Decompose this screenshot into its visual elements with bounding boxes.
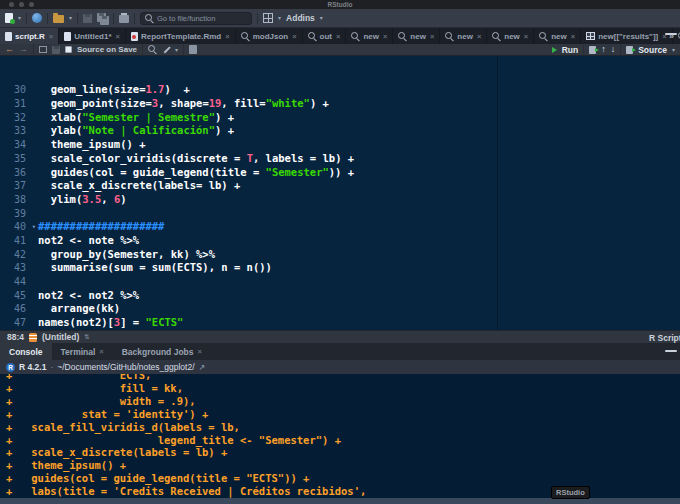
separator <box>113 13 114 24</box>
close-tab-icon[interactable]: × <box>225 32 229 41</box>
console-tab-console[interactable]: Console <box>0 343 52 360</box>
close-tab-icon[interactable]: × <box>99 347 103 356</box>
next-section-icon[interactable]: ↓ <box>611 45 616 54</box>
source-on-save-checkbox[interactable] <box>65 46 72 53</box>
code-text: ylim(3.5, 6) <box>32 193 127 207</box>
close-tab-icon[interactable]: × <box>430 32 434 41</box>
floppy-icon <box>100 16 109 25</box>
goto-directory-icon[interactable]: ↗ <box>199 363 206 372</box>
tab-untitled1-[interactable]: Untitled1*× <box>59 28 126 44</box>
editor-line-35: 35 scale_color_viridis(discrete = T, lab… <box>0 152 680 166</box>
line-number[interactable]: 33 <box>0 124 32 138</box>
line-number[interactable]: 39 <box>0 207 32 221</box>
separator <box>47 13 48 24</box>
line-number[interactable]: 31 <box>0 97 32 111</box>
line-number[interactable]: 45 <box>0 289 32 303</box>
new-project-icon[interactable] <box>32 13 42 23</box>
console-tab-terminal[interactable]: Terminal× <box>52 343 113 360</box>
console-tab-label: Background Jobs <box>122 347 194 357</box>
tab-new[interactable]: new× <box>346 28 393 44</box>
previous-section-icon[interactable]: ↑ <box>601 45 606 54</box>
editor-line-36: 36 guides(col = guide_legend(title = "Se… <box>0 166 680 180</box>
close-tab-icon[interactable]: × <box>49 32 53 41</box>
code-editor[interactable]: 30 geom_line(size=1.7) +31 geom_point(si… <box>0 56 680 330</box>
code-text: group_by(Semester, kk) %>% <box>32 248 215 262</box>
console-line: + scale_x_discrete(labels = lb) + <box>6 446 680 459</box>
close-tab-icon[interactable]: × <box>292 32 296 41</box>
open-recent-caret-icon[interactable]: ▾ <box>69 15 72 21</box>
source-caret-icon[interactable]: ▾ <box>672 47 675 53</box>
tab-new[interactable]: new× <box>487 28 534 44</box>
back-icon[interactable]: ← <box>5 45 14 54</box>
document-selector-arrows-icon[interactable]: ⇅ <box>84 333 89 341</box>
goto-placeholder: Go to file/function <box>157 14 215 23</box>
addins-caret-icon[interactable]: ▾ <box>320 15 323 21</box>
tab-reporttemplate-rmd[interactable]: ReportTemplate.Rmd× <box>126 28 236 44</box>
new-file-icon[interactable] <box>5 13 13 23</box>
forward-icon[interactable]: → <box>19 45 28 54</box>
close-tab-icon[interactable]: × <box>336 32 340 41</box>
compile-report-icon[interactable] <box>189 45 197 54</box>
line-number[interactable]: 46 <box>0 302 32 316</box>
console-tab-bar: ConsoleTerminal×Background Jobs× <box>0 343 680 360</box>
close-tab-icon[interactable]: × <box>571 32 575 41</box>
tab-new[interactable]: new× <box>440 28 487 44</box>
console-output[interactable]: + ECTS,+ fill = kk,+ width = .9),+ stat … <box>0 374 680 498</box>
line-number[interactable]: 37 <box>0 179 32 193</box>
editor-line-44: 44 <box>0 275 680 289</box>
print-icon[interactable] <box>119 15 129 23</box>
run-button[interactable]: Run <box>562 45 579 55</box>
run-icon[interactable] <box>552 47 557 53</box>
show-in-new-window-icon[interactable] <box>39 46 47 53</box>
line-number[interactable]: 40▾ <box>0 220 32 234</box>
find-replace-icon[interactable] <box>148 45 157 54</box>
line-number[interactable]: 32 <box>0 111 32 125</box>
code-tools-icon[interactable] <box>162 46 170 54</box>
pane-splitter-handle[interactable] <box>665 33 677 35</box>
tab-new-results-[interactable]: new[["results"]]× <box>581 28 672 44</box>
save-document-icon[interactable] <box>52 46 60 54</box>
source-doc-icon[interactable] <box>626 46 633 54</box>
save-icon[interactable] <box>83 14 92 23</box>
tab-new[interactable]: new× <box>534 28 581 44</box>
goto-file-function-input[interactable]: Go to file/function <box>140 12 252 25</box>
editor-line-43: 43 summarise(sum = sum(ECTS), n = n()) <box>0 261 680 275</box>
new-file-caret-icon[interactable]: ▾ <box>18 15 21 21</box>
rerun-icon[interactable] <box>589 46 596 54</box>
document-selector[interactable]: (Untitled) <box>42 332 79 342</box>
tab-modjson[interactable]: modJson× <box>236 28 303 44</box>
close-tab-icon[interactable]: × <box>524 32 528 41</box>
line-number[interactable]: 42 <box>0 248 32 262</box>
tab-out[interactable]: out× <box>303 28 347 44</box>
close-tab-icon[interactable]: × <box>383 32 387 41</box>
console-tab-background-jobs[interactable]: Background Jobs× <box>113 343 211 360</box>
cursor-position: 88:4 <box>7 332 24 342</box>
line-number[interactable]: 36 <box>0 166 32 180</box>
save-all-icon[interactable] <box>97 13 108 24</box>
close-tab-icon[interactable]: × <box>477 32 481 41</box>
console-line: + ECTS, <box>6 374 680 382</box>
source-button[interactable]: Source <box>638 45 667 55</box>
editor-line-46: 46 arrange(kk) <box>0 302 680 316</box>
pane-splitter-handle[interactable] <box>665 350 677 352</box>
code-tools-caret-icon[interactable]: ▾ <box>175 47 178 53</box>
line-number[interactable]: 43 <box>0 261 32 275</box>
code-text: #################### <box>32 220 164 234</box>
tab-script-r[interactable]: script.R× <box>0 28 59 44</box>
line-number[interactable]: 34 <box>0 138 32 152</box>
fold-arrow-icon[interactable]: ▾ <box>32 221 36 235</box>
separator <box>583 44 584 55</box>
open-file-icon[interactable] <box>53 15 64 23</box>
tab-new[interactable]: new× <box>393 28 440 44</box>
workspace-panes-icon[interactable] <box>263 13 273 23</box>
line-number[interactable]: 35 <box>0 152 32 166</box>
line-number[interactable]: 41 <box>0 234 32 248</box>
panes-caret-icon[interactable]: ▾ <box>278 15 281 21</box>
line-number[interactable]: 47 <box>0 316 32 330</box>
line-number[interactable]: 38 <box>0 193 32 207</box>
close-tab-icon[interactable]: × <box>116 32 120 41</box>
close-tab-icon[interactable]: × <box>198 347 202 356</box>
line-number[interactable]: 44 <box>0 275 32 289</box>
line-number[interactable]: 30 <box>0 83 32 97</box>
addins-menu[interactable]: Addins <box>286 13 315 23</box>
